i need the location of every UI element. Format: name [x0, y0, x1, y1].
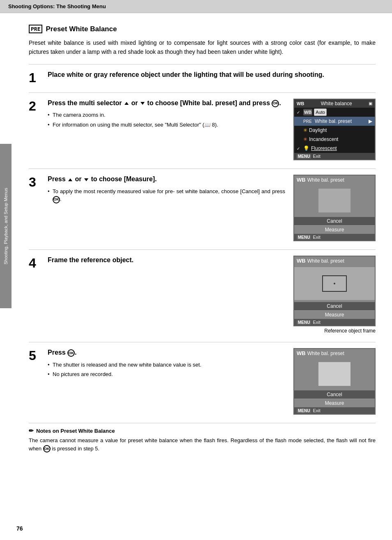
step-2-menu-footer: MENU Exit	[294, 153, 375, 159]
notes-title: ✏ Notes on Preset White Balance	[29, 427, 376, 434]
step-4-content: Frame the reference object. WB White bal…	[48, 256, 376, 334]
step-5-menu-header: WB White bal. preset	[294, 349, 375, 358]
step-4-menu-header: WB White bal. preset	[294, 256, 375, 265]
step-5-bullet-1: The shutter is released and the new whit…	[48, 361, 285, 369]
main-content: PRE Preset White Balance Preset white ba…	[12, 13, 392, 461]
step-2-bullet-1: The camera zooms in.	[48, 111, 285, 119]
step-3-menu-header: WB White bal. preset	[294, 175, 375, 184]
header-title: Shooting Options: The Shooting Menu	[8, 3, 106, 9]
step-1-content: Place white or gray reference object und…	[48, 70, 376, 84]
step-3-footer: MENU Exit	[294, 234, 375, 240]
step-2-item-auto: ✓ WB Auto	[294, 108, 375, 117]
step-2: 2 Press the multi selector or to choose …	[29, 92, 376, 161]
step-4-menu: WB White bal. preset Cancel Measure	[293, 256, 376, 326]
notes-icon: ✏	[29, 427, 34, 434]
step-2-item-incandescent: ✳ Incandescent	[294, 135, 375, 144]
section-title: PRE Preset White Balance	[29, 25, 376, 33]
step-2-bullet-2: For information on using the multi selec…	[48, 121, 285, 129]
step-5-bullet-2: No pictures are recorded.	[48, 370, 285, 378]
step-3-menu: WB White bal. preset Cancel Measure MENU…	[293, 175, 376, 241]
notes-text: The camera cannot measure a value for pr…	[29, 436, 376, 452]
side-tab: Shooting, Playback, and Setup Menus	[0, 144, 12, 308]
step-1-title: Place white or gray reference object und…	[48, 70, 376, 79]
ref-label: Reference object frame	[293, 328, 376, 334]
step-5-footer: MENU Exit	[294, 407, 375, 414]
step-3-bullet-1: To apply the most recently measured valu…	[48, 187, 285, 203]
step-2-number: 2	[29, 99, 41, 161]
step-5-menu: WB White bal. preset Cancel Measure MENU…	[293, 348, 376, 415]
notes-heading: Notes on Preset White Balance	[36, 428, 115, 434]
step-4-cancel: Cancel	[294, 302, 375, 310]
step-3-camera-ui: WB White bal. preset Cancel Measure MENU…	[293, 175, 376, 241]
step-1-number: 1	[29, 71, 41, 84]
step-2-bullets: The camera zooms in. For information on …	[48, 111, 285, 129]
step-5: 5 Press OK. The shutter is released and …	[29, 342, 376, 415]
step-3-title: Press or to choose [Measure].	[48, 175, 285, 184]
step-5-number: 5	[29, 349, 41, 415]
step-2-item-preset: PRE White bal. preset ▶	[294, 117, 375, 126]
step-4: 4 Frame the reference object. WB White b…	[29, 249, 376, 334]
step-3-bullets: To apply the most recently measured valu…	[48, 187, 285, 203]
section-heading: Preset White Balance	[46, 25, 117, 33]
side-tab-text: Shooting, Playback, and Setup Menus	[3, 188, 8, 265]
pre-icon: PRE	[29, 25, 42, 33]
intro-text: Preset white balance is used with mixed …	[29, 38, 376, 57]
step-2-item-fluorescent: ✓ 💡 Fluorescent	[294, 144, 375, 153]
step-4-measure: Measure	[294, 310, 375, 319]
step-4-title: Frame the reference object.	[48, 256, 285, 265]
step-3: 3 Press or to choose [Measure]. To apply…	[29, 168, 376, 241]
step-4-number: 4	[29, 256, 41, 334]
step-3-cancel: Cancel	[294, 217, 375, 225]
step-2-menu-title: White balance	[321, 101, 352, 106]
reference-frame	[322, 275, 347, 292]
header-bar: Shooting Options: The Shooting Menu	[0, 0, 392, 13]
step-4-camera-ui: WB White bal. preset Cancel Measure	[293, 256, 376, 334]
step-5-bullets: The shutter is released and the new whit…	[48, 361, 285, 378]
step-4-footer: MENU Exit	[294, 319, 375, 325]
step-5-camera-ui: WB White bal. preset Cancel Measure MENU…	[293, 348, 376, 415]
step-4-preview	[294, 265, 375, 302]
step-3-number: 3	[29, 175, 41, 241]
step-2-item-daylight: ✳ Daylight	[294, 126, 375, 135]
step-1: 1 Place white or gray reference object u…	[29, 64, 376, 84]
step-2-camera-ui: WB White balance ▣ ✓ WB Auto PRE Wh	[293, 99, 376, 161]
step-2-title: Press the multi selector or to choose [W…	[48, 99, 285, 108]
step-2-menu-header: WB White balance ▣	[294, 99, 375, 108]
step-5-content: Press OK. The shutter is released and th…	[48, 348, 376, 415]
step-2-content: Press the multi selector or to choose [W…	[48, 99, 376, 161]
frame-dot	[334, 283, 335, 284]
step-5-title: Press OK.	[48, 348, 285, 357]
page-number: 76	[16, 525, 23, 532]
step-3-preview	[294, 184, 375, 217]
notes-section: ✏ Notes on Preset White Balance The came…	[29, 423, 376, 452]
step-5-measure: Measure	[294, 399, 375, 407]
step-3-content: Press or to choose [Measure]. To apply t…	[48, 175, 376, 241]
step-5-cancel: Cancel	[294, 390, 375, 399]
step-2-menu: WB White balance ▣ ✓ WB Auto PRE Wh	[293, 99, 376, 161]
step-3-measure: Measure	[294, 225, 375, 234]
step-5-preview	[294, 358, 375, 390]
